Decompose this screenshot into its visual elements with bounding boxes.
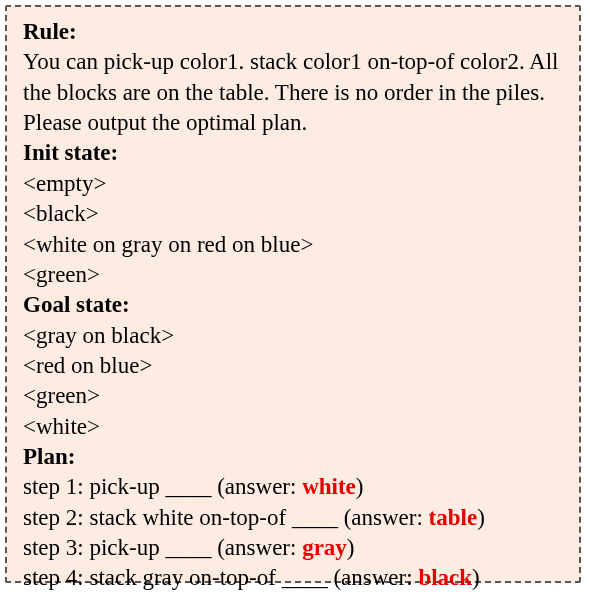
plan-step-prefix: step 1: pick-up ____ (answer: xyxy=(23,474,302,499)
plan-step: step 2: stack white on-top-of ____ (answ… xyxy=(23,503,563,533)
init-state-line: <white on gray on red on blue> xyxy=(23,230,563,260)
plan-step-answer: gray xyxy=(302,535,347,560)
goal-state-line: <green> xyxy=(23,381,563,411)
init-state-heading: Init state: xyxy=(23,138,563,168)
plan-heading: Plan: xyxy=(23,442,563,472)
plan-step-suffix: ) xyxy=(347,535,355,560)
goal-state-line: <gray on black> xyxy=(23,321,563,351)
prompt-box: Rule: You can pick-up color1. stack colo… xyxy=(5,5,581,583)
plan-step-prefix: step 4: stack gray on-top-of ____ (answe… xyxy=(23,565,418,590)
init-state-line: <green> xyxy=(23,260,563,290)
plan-step: step 4: stack gray on-top-of ____ (answe… xyxy=(23,563,563,592)
plan-step-answer: black xyxy=(418,565,472,590)
goal-state-heading: Goal state: xyxy=(23,290,563,320)
plan-step: step 1: pick-up ____ (answer: white) xyxy=(23,472,563,502)
plan-step-prefix: step 2: stack white on-top-of ____ (answ… xyxy=(23,505,429,530)
goal-state-line: <white> xyxy=(23,412,563,442)
goal-state-line: <red on blue> xyxy=(23,351,563,381)
plan-step-prefix: step 3: pick-up ____ (answer: xyxy=(23,535,302,560)
init-state-line: <empty> xyxy=(23,169,563,199)
rule-text: You can pick-up color1. stack color1 on-… xyxy=(23,47,563,138)
plan-step-suffix: ) xyxy=(477,505,485,530)
plan-step-suffix: ) xyxy=(356,474,364,499)
plan-step-answer: table xyxy=(429,505,478,530)
init-state-line: <black> xyxy=(23,199,563,229)
plan-step-answer: white xyxy=(302,474,356,499)
plan-step: step 3: pick-up ____ (answer: gray) xyxy=(23,533,563,563)
plan-step-suffix: ) xyxy=(472,565,480,590)
rule-heading: Rule: xyxy=(23,17,563,47)
